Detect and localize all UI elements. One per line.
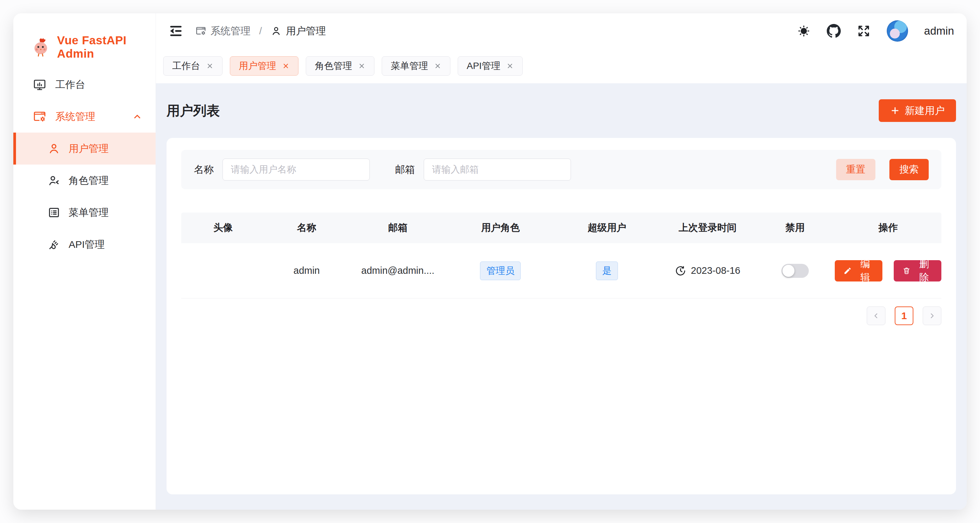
user-avatar[interactable] xyxy=(887,20,908,41)
sidebar-item-menus[interactable]: 菜单管理 xyxy=(13,197,156,229)
superuser-tag: 是 xyxy=(596,262,618,280)
sidebar-item-label: API管理 xyxy=(68,238,105,251)
sidebar-item-label: 用户管理 xyxy=(68,142,108,156)
name-cell: admin xyxy=(265,265,348,276)
sidebar-collapse-icon[interactable] xyxy=(169,24,183,38)
sidebar-menu: 工作台 系统管理 用户管理 xyxy=(13,68,156,261)
app-logo[interactable]: Vue FastAPI Admin xyxy=(13,13,156,63)
topbar-actions: admin xyxy=(797,20,954,41)
sidebar-item-workbench[interactable]: 工作台 xyxy=(13,68,156,100)
user-icon xyxy=(47,142,60,155)
sidebar-item-label: 菜单管理 xyxy=(68,206,108,219)
menu-list-icon xyxy=(47,206,60,219)
tab-workbench[interactable]: 工作台 xyxy=(163,56,223,76)
email-cell: admin@admin.... xyxy=(348,265,447,276)
breadcrumb-users[interactable]: 用户管理 xyxy=(270,24,326,38)
chevron-left-icon xyxy=(872,312,880,320)
sidebar-item-api[interactable]: API管理 xyxy=(13,229,156,261)
tab-users[interactable]: 用户管理 xyxy=(230,56,299,76)
close-icon[interactable] xyxy=(506,62,514,70)
fullscreen-icon[interactable] xyxy=(857,24,871,38)
disabled-toggle[interactable] xyxy=(781,264,809,278)
table-header-row: 头像 名称 邮箱 用户角色 超级用户 上次登录时间 禁用 操作 xyxy=(181,213,941,243)
email-field-group: 邮箱 xyxy=(395,159,571,181)
trash-icon xyxy=(902,266,911,275)
pagination-prev-button[interactable] xyxy=(867,307,885,325)
lastlogin-cell: 2023-08-16 xyxy=(660,265,755,277)
tabbar: 工作台 用户管理 角色管理 菜单管理 API管理 xyxy=(156,49,967,83)
sidebar-item-label: 角色管理 xyxy=(68,174,108,188)
column-header-lastlogin: 上次登录时间 xyxy=(660,221,755,235)
app-window: Vue FastAPI Admin 工作台 系统管理 xyxy=(13,13,967,510)
reset-button[interactable]: 重置 xyxy=(836,159,875,180)
search-panel: 名称 邮箱 重置 搜索 xyxy=(181,150,941,189)
column-header-email: 邮箱 xyxy=(348,221,447,235)
pagination-next-button[interactable] xyxy=(923,307,941,325)
sidebar-item-roles[interactable]: 角色管理 xyxy=(13,165,156,197)
breadcrumb-label: 系统管理 xyxy=(210,24,250,38)
role-tag: 管理员 xyxy=(480,262,521,280)
user-icon xyxy=(270,25,282,37)
column-header-name: 名称 xyxy=(265,221,348,235)
column-header-superuser: 超级用户 xyxy=(554,221,660,235)
toggle-knob xyxy=(783,265,794,277)
email-input[interactable] xyxy=(424,159,571,181)
edit-button-label: 编辑 xyxy=(856,258,874,284)
lastlogin-value: 2023-08-16 xyxy=(691,265,740,276)
theme-sun-icon[interactable] xyxy=(797,24,811,38)
user-role-icon xyxy=(47,174,60,187)
new-user-button-label: 新建用户 xyxy=(905,104,945,118)
search-actions: 重置 搜索 xyxy=(836,159,929,180)
name-input[interactable] xyxy=(223,159,370,181)
username-label[interactable]: admin xyxy=(924,25,954,37)
delete-button[interactable]: 删除 xyxy=(894,260,941,281)
edit-button[interactable]: 编辑 xyxy=(835,260,882,281)
breadcrumb-label: 用户管理 xyxy=(286,24,326,38)
disabled-cell xyxy=(755,264,835,278)
column-header-actions: 操作 xyxy=(835,221,941,235)
role-cell: 管理员 xyxy=(447,262,554,280)
close-icon[interactable] xyxy=(206,62,213,70)
tab-label: 用户管理 xyxy=(239,60,276,72)
email-label: 邮箱 xyxy=(395,163,415,176)
plug-icon xyxy=(47,238,60,251)
name-label: 名称 xyxy=(194,163,214,176)
new-user-button[interactable]: 新建用户 xyxy=(879,99,956,122)
breadcrumb: 系统管理 / 用户管理 xyxy=(195,24,326,38)
sidebar-item-label: 系统管理 xyxy=(55,110,95,124)
topbar: 系统管理 / 用户管理 xyxy=(156,13,967,49)
content-area: 用户列表 新建用户 名称 邮箱 xyxy=(156,83,967,510)
breadcrumb-separator: / xyxy=(259,25,262,37)
chevron-right-icon xyxy=(928,312,936,320)
chicken-logo-icon xyxy=(31,36,51,58)
pagination: 1 xyxy=(181,307,941,325)
main-area: 系统管理 / 用户管理 xyxy=(156,13,967,510)
github-icon[interactable] xyxy=(827,24,841,38)
pagination-page-1[interactable]: 1 xyxy=(895,307,913,325)
close-icon[interactable] xyxy=(358,62,366,70)
tab-label: API管理 xyxy=(467,60,500,72)
column-header-role: 用户角色 xyxy=(447,221,554,235)
page-header: 用户列表 新建用户 xyxy=(167,83,956,138)
users-table: 头像 名称 邮箱 用户角色 超级用户 上次登录时间 禁用 操作 admin ad… xyxy=(181,213,941,299)
column-header-disabled: 禁用 xyxy=(755,221,835,235)
window-gear-icon xyxy=(33,110,47,124)
close-icon[interactable] xyxy=(434,62,441,70)
chevron-up-icon xyxy=(132,111,142,122)
column-header-avatar: 头像 xyxy=(181,221,265,235)
tab-label: 工作台 xyxy=(172,60,200,72)
name-field-group: 名称 xyxy=(194,159,370,181)
table-row: admin admin@admin.... 管理员 是 xyxy=(181,243,941,299)
tab-api[interactable]: API管理 xyxy=(458,56,523,76)
tab-roles[interactable]: 角色管理 xyxy=(306,56,374,76)
breadcrumb-system[interactable]: 系统管理 xyxy=(195,24,250,38)
app-title: Vue FastAPI Admin xyxy=(57,33,156,60)
search-button[interactable]: 搜索 xyxy=(889,159,929,180)
plus-icon xyxy=(890,106,900,116)
close-icon[interactable] xyxy=(282,62,290,70)
sidebar-item-system[interactable]: 系统管理 xyxy=(13,100,156,133)
sidebar-item-users[interactable]: 用户管理 xyxy=(13,133,156,165)
tab-menus[interactable]: 菜单管理 xyxy=(382,56,450,76)
pencil-icon xyxy=(843,266,852,275)
superuser-cell: 是 xyxy=(554,262,660,280)
